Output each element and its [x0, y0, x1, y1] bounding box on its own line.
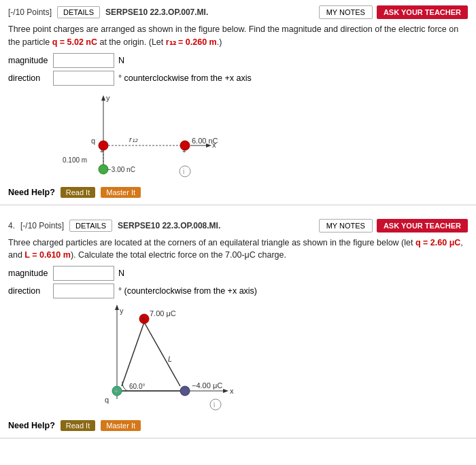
problem1-magnitude-input[interactable]: [53, 53, 114, 68]
problem2-direction-input[interactable]: [53, 283, 114, 298]
problem1-magnitude-row: magnitude N: [8, 53, 468, 68]
problem2-need-help-label: Need Help?: [8, 421, 55, 430]
problem1-diagram: y q + 0.100 m −3.00 nC r₁₂ 6.00 nC +: [49, 91, 468, 182]
problem1-direction-unit: ° counterclockwise from the +x axis: [118, 73, 252, 83]
svg-line-28: [144, 322, 180, 386]
page: [-/10 Points] DETAILS SERPSE10 22.3.OP.0…: [0, 0, 476, 465]
svg-text:7.00 μC: 7.00 μC: [150, 309, 176, 317]
svg-text:0.100 m: 0.100 m: [63, 156, 87, 164]
spacer: [0, 205, 476, 213]
problem1-master-it-button[interactable]: Master It: [101, 187, 141, 198]
svg-text:q: q: [105, 396, 109, 404]
svg-point-37: [180, 386, 190, 396]
problem2-direction-unit: ° (counterclockwise from the +x axis): [118, 286, 257, 296]
svg-text:60.0°: 60.0°: [129, 383, 145, 390]
problem1-read-it-button[interactable]: Read It: [61, 187, 95, 198]
problem1-magnitude-label: magnitude: [8, 56, 49, 65]
svg-text:y: y: [106, 94, 110, 102]
problem2-section: 4. [-/10 Points] DETAILS SERPSE10 22.3.O…: [0, 213, 476, 439]
svg-text:i: i: [214, 401, 215, 409]
svg-point-18: [180, 166, 190, 177]
problem2-header: 4. [-/10 Points] DETAILS SERPSE10 22.3.O…: [8, 219, 468, 232]
problem2-magnitude-label: magnitude: [8, 269, 49, 278]
problem1-code: SERPSE10 22.3.OP.007.MI.: [105, 7, 313, 17]
svg-point-7: [99, 165, 108, 174]
svg-marker-21: [115, 305, 119, 310]
problem2-magnitude-row: magnitude N: [8, 266, 468, 281]
problem2-direction-row: direction ° (counterclockwise from the +…: [8, 283, 468, 298]
problem1-header-right: MY NOTES ASK YOUR TEACHER: [319, 5, 468, 19]
svg-text:q: q: [91, 137, 95, 145]
svg-text:+: +: [141, 315, 146, 323]
problem2-read-it-button[interactable]: Read It: [61, 420, 95, 431]
svg-text:−4.00 μC: −4.00 μC: [192, 381, 222, 390]
problem1-points: [-/10 Points]: [8, 7, 52, 17]
problem1-direction-label: direction: [8, 73, 49, 83]
svg-marker-1: [101, 95, 105, 101]
problem2-magnitude-unit: N: [118, 269, 124, 278]
svg-text:−3.00 nC: −3.00 nC: [107, 166, 135, 173]
problem2-points: [-/10 Points]: [20, 221, 64, 230]
problem2-ask-teacher-button[interactable]: ASK YOUR TEACHER: [377, 219, 468, 232]
problem2-text: Three charged particles are located at t…: [8, 237, 468, 262]
problem2-details-button[interactable]: DETAILS: [69, 220, 112, 232]
problem2-number: 4.: [8, 221, 15, 230]
problem1-ask-teacher-button[interactable]: ASK YOUR TEACHER: [377, 5, 468, 19]
svg-text:L: L: [168, 355, 172, 363]
problem1-details-button[interactable]: DETAILS: [57, 6, 100, 18]
problem2-code: SERPSE10 22.3.OP.008.MI.: [118, 221, 313, 230]
problem1-section: [-/10 Points] DETAILS SERPSE10 22.3.OP.0…: [0, 0, 476, 205]
svg-text:x: x: [230, 387, 234, 395]
svg-marker-24: [223, 389, 228, 393]
problem1-my-notes-button[interactable]: MY NOTES: [319, 5, 373, 19]
svg-text:+: +: [114, 388, 118, 395]
problem2-need-help-row: Need Help? Read It Master It: [8, 420, 468, 431]
svg-text:y: y: [120, 307, 124, 315]
problem2-diagram: y x L 60.0° 7.00 μC +: [49, 304, 468, 415]
problem1-direction-row: direction ° counterclockwise from the +x…: [8, 71, 468, 86]
svg-text:r₁₂: r₁₂: [129, 135, 138, 143]
problem1-need-help-row: Need Help? Read It Master It: [8, 187, 468, 198]
problem1-direction-input[interactable]: [53, 71, 114, 86]
problem2-direction-label: direction: [8, 286, 49, 296]
problem2-master-it-button[interactable]: Master It: [101, 420, 141, 431]
svg-point-39: [210, 399, 221, 410]
problem1-header: [-/10 Points] DETAILS SERPSE10 22.3.OP.0…: [8, 5, 468, 19]
problem1-need-help-label: Need Help?: [8, 188, 55, 197]
svg-text:x: x: [212, 141, 216, 149]
problem2-header-right: MY NOTES ASK YOUR TEACHER: [319, 219, 468, 232]
svg-text:+: +: [182, 148, 186, 155]
svg-line-26: [122, 322, 144, 386]
svg-text:i: i: [183, 168, 184, 175]
problem1-magnitude-unit: N: [118, 56, 124, 65]
problem2-magnitude-input[interactable]: [53, 266, 114, 281]
problem1-text: Three point charges are arranged as show…: [8, 23, 468, 49]
problem2-my-notes-button[interactable]: MY NOTES: [319, 219, 373, 232]
